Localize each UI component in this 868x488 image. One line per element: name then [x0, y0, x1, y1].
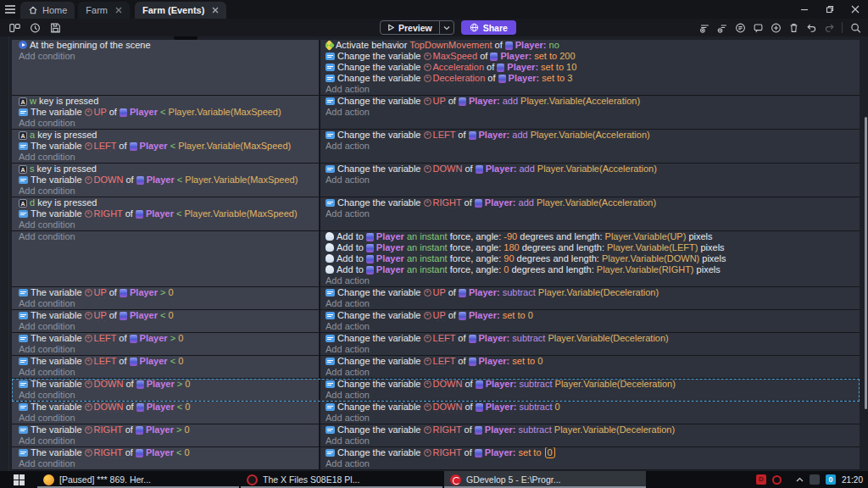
event-row[interactable]: The variable LEFT of Player > 0Add condi…	[12, 333, 860, 356]
add-event-icon[interactable]	[697, 20, 712, 35]
instruction-line[interactable]: Change the variable DOWN of Player: subt…	[326, 402, 854, 413]
taskbar-clock[interactable]: 21:20	[842, 475, 863, 485]
add-action-link[interactable]: Add action	[326, 344, 854, 355]
instruction-line[interactable]: The variable RIGHT of Player < 0	[19, 447, 314, 458]
instruction-line[interactable]: The variable LEFT of Player > 0	[19, 333, 314, 344]
instruction-line[interactable]: d key is pressed	[19, 197, 314, 208]
add-action-link[interactable]: Add action	[326, 298, 854, 309]
event-row[interactable]: The variable RIGHT of Player < 0Add cond…	[12, 447, 860, 470]
event-row[interactable]: At the beginning of the sceneAdd conditi…	[12, 40, 860, 96]
instruction-line[interactable]: Change the variable LEFT of Player: set …	[326, 356, 854, 367]
add-action-link[interactable]: Add action	[326, 321, 854, 332]
save-icon[interactable]	[47, 20, 63, 35]
add-condition-link[interactable]: Add condition	[19, 344, 314, 355]
instruction-line[interactable]: The variable UP of Player < Player.Varia…	[19, 107, 314, 118]
add-comment-icon[interactable]	[732, 20, 748, 35]
event-row[interactable]: s key is pressedThe variable DOWN of Pla…	[12, 164, 860, 197]
tray-indicator-zero-icon[interactable]: 0	[826, 474, 836, 485]
close-icon[interactable]	[212, 7, 219, 14]
redo-icon[interactable]	[821, 20, 837, 35]
undo-icon[interactable]	[804, 20, 819, 35]
instruction-line[interactable]: Add to Player an instant force, angle: 1…	[326, 242, 854, 253]
instruction-line[interactable]: Add to Player an instant force, angle: 0…	[326, 264, 854, 275]
add-action-link[interactable]: Add action	[326, 275, 854, 286]
restore-button[interactable]	[817, 0, 843, 19]
annotation-bubble-icon[interactable]	[750, 20, 765, 35]
instruction-line[interactable]: The variable DOWN of Player < Player.Var…	[19, 175, 314, 186]
instruction-line[interactable]: Change the variable Deceleration of Play…	[326, 73, 854, 84]
instruction-line[interactable]: Add to Player an instant force, angle: 9…	[326, 253, 854, 264]
add-condition-link[interactable]: Add condition	[19, 298, 314, 309]
instruction-line[interactable]: Activate behavior TopDownMovement of Pla…	[326, 40, 854, 51]
add-action-link[interactable]: Add action	[326, 413, 854, 424]
event-row[interactable]: d key is pressedThe variable RIGHT of Pl…	[12, 197, 860, 231]
add-action-link[interactable]: Add action	[326, 107, 854, 118]
instruction-line[interactable]: The variable LEFT of Player < 0	[19, 356, 314, 367]
add-condition-link[interactable]: Add condition	[19, 321, 314, 332]
instruction-line[interactable]: Change the variable DOWN of Player: subt…	[326, 379, 854, 390]
instruction-line[interactable]: Change the variable Acceleration of Play…	[326, 62, 854, 73]
add-action-link[interactable]: Add action	[326, 367, 854, 378]
add-action-link[interactable]: Add action	[326, 458, 854, 469]
instruction-line[interactable]: The variable RIGHT of Player < Player.Va…	[19, 208, 314, 219]
add-condition-link[interactable]: Add condition	[19, 186, 314, 197]
start-button[interactable]	[0, 471, 37, 488]
instruction-line[interactable]: Change the variable RIGHT of Player: set…	[326, 447, 854, 458]
add-action-link[interactable]: Add action	[326, 390, 854, 401]
instruction-line[interactable]: The variable RIGHT of Player > 0	[19, 424, 314, 435]
tab-home[interactable]: Home	[20, 2, 75, 19]
history-icon[interactable]	[27, 20, 42, 35]
instruction-line[interactable]: Change the variable DOWN of Player: add …	[326, 164, 854, 175]
taskbar-app-button[interactable]: [Paused] *** 869. Her...	[37, 471, 239, 488]
instruction-line[interactable]: The variable LEFT of Player < Player.Var…	[19, 141, 314, 152]
delete-icon[interactable]	[786, 20, 801, 35]
instruction-line[interactable]: a key is pressed	[19, 130, 314, 141]
instruction-line[interactable]: The variable DOWN of Player > 0	[19, 379, 314, 390]
preview-dropdown[interactable]	[439, 21, 453, 34]
instruction-line[interactable]: The variable UP of Player < 0	[19, 310, 314, 321]
add-condition-link[interactable]: Add condition	[19, 413, 314, 424]
preview-button[interactable]: Preview	[380, 20, 454, 35]
taskbar-app-button[interactable]: The X Files S08E18 Pl...	[241, 471, 442, 488]
add-action-link[interactable]: Add action	[326, 141, 854, 152]
add-condition-link[interactable]: Add condition	[19, 367, 314, 378]
instruction-line[interactable]: The variable UP of Player > 0	[19, 287, 314, 298]
close-window-button[interactable]	[843, 0, 868, 19]
tray-gdevelop-icon[interactable]	[772, 475, 782, 485]
add-condition-link[interactable]: Add condition	[19, 435, 314, 446]
add-condition-link[interactable]: Add condition	[19, 231, 314, 242]
add-condition-link[interactable]: Add condition	[19, 390, 314, 401]
close-icon[interactable]	[115, 7, 122, 14]
event-row-selected[interactable]: The variable DOWN of Player > 0Add condi…	[12, 379, 860, 402]
add-more-icon[interactable]	[768, 20, 783, 35]
instruction-line[interactable]: Change the variable UP of Player: add Pl…	[326, 96, 854, 107]
instruction-line[interactable]: Change the variable LEFT of Player: add …	[326, 130, 854, 141]
add-subevent-icon[interactable]	[715, 20, 730, 35]
instruction-line[interactable]: Change the variable MaxSpeed of Player: …	[326, 51, 854, 62]
add-action-link[interactable]: Add action	[326, 84, 854, 95]
tray-app-icon[interactable]	[810, 474, 820, 485]
tray-expand-icon[interactable]	[796, 477, 804, 482]
tray-red-badge-icon[interactable]: D	[756, 474, 766, 485]
instruction-line[interactable]: Change the variable UP of Player: set to…	[326, 310, 854, 321]
event-row[interactable]: The variable UP of Player > 0Add conditi…	[12, 287, 860, 310]
share-button[interactable]: Share	[461, 20, 516, 35]
instruction-line[interactable]: At the beginning of the scene	[19, 40, 314, 51]
minimize-button[interactable]	[792, 0, 817, 19]
add-condition-link[interactable]: Add condition	[19, 219, 314, 230]
panels-icon[interactable]	[7, 20, 22, 35]
instruction-line[interactable]: w key is pressed	[19, 96, 314, 107]
event-row[interactable]: a key is pressedThe variable LEFT of Pla…	[12, 130, 860, 164]
add-condition-link[interactable]: Add condition	[19, 51, 314, 62]
event-row[interactable]: The variable DOWN of Player < 0Add condi…	[12, 402, 860, 424]
instruction-line[interactable]: Change the variable RIGHT of Player: sub…	[326, 424, 854, 435]
add-action-link[interactable]: Add action	[326, 208, 854, 219]
search-icon[interactable]	[848, 20, 863, 35]
instruction-line[interactable]: Change the variable RIGHT of Player: add…	[326, 197, 854, 208]
add-action-link[interactable]: Add action	[326, 175, 854, 186]
add-condition-link[interactable]: Add condition	[19, 118, 314, 129]
tab-farm-events[interactable]: Farm (Events)	[135, 2, 226, 19]
event-row[interactable]: Add conditionAdd to Player an instant fo…	[12, 231, 860, 287]
instruction-line[interactable]: The variable DOWN of Player < 0	[19, 402, 314, 413]
event-row[interactable]: The variable RIGHT of Player > 0Add cond…	[12, 424, 860, 447]
